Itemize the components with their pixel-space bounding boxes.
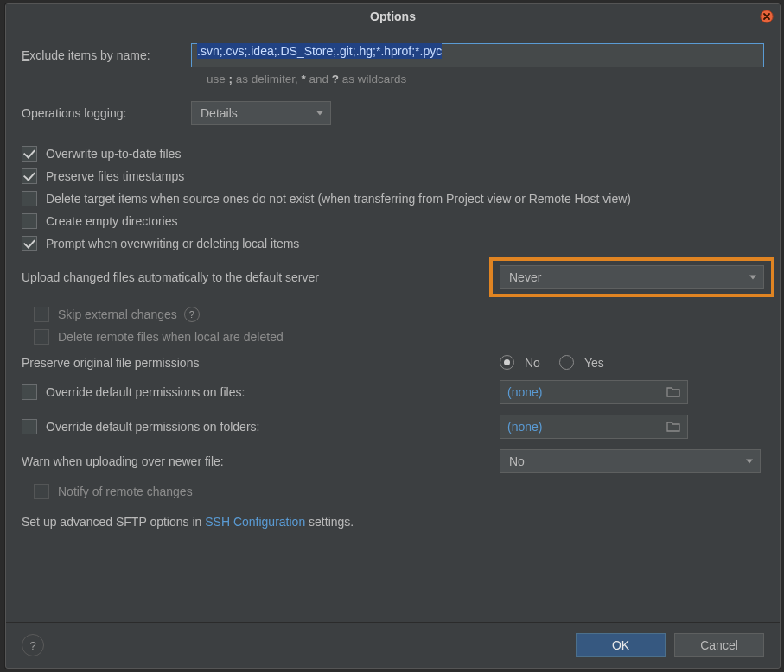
logging-label: Operations logging: — [22, 106, 191, 120]
help-icon[interactable]: ? — [184, 307, 200, 322]
upload-value: Never — [509, 270, 541, 284]
checkbox-icon — [22, 146, 37, 162]
options-dialog: Options Exclude items by name: .svn;.cvs… — [5, 3, 781, 669]
exclude-input[interactable]: .svn;.cvs;.idea;.DS_Store;.git;.hg;*.hpr… — [191, 43, 764, 67]
skip-external-label: Skip external changes — [58, 307, 177, 321]
cancel-button[interactable]: Cancel — [674, 633, 764, 657]
exclude-label: Exclude items by name: — [22, 48, 191, 62]
titlebar: Options — [6, 4, 780, 29]
upload-select[interactable]: Never — [500, 265, 764, 289]
perms-radio-yes[interactable]: Yes — [559, 355, 604, 370]
chevron-down-icon — [746, 460, 753, 464]
help-button[interactable]: ? — [22, 634, 44, 656]
overwrite-check-row[interactable]: Overwrite up-to-date files — [22, 146, 764, 162]
notify-remote-check-row: Notify of remote changes — [34, 484, 764, 499]
close-icon[interactable] — [759, 9, 774, 24]
overwrite-label: Overwrite up-to-date files — [46, 147, 181, 161]
override-files-label: Override default permissions on files: — [46, 385, 245, 399]
override-files-field[interactable]: (none) — [500, 380, 688, 404]
checkbox-icon — [22, 168, 37, 184]
radio-icon — [559, 355, 574, 370]
checkbox-icon[interactable] — [22, 384, 37, 400]
skip-external-check-row: Skip external changes ? — [34, 307, 764, 322]
preserve-perms-label: Preserve original file permissions — [22, 356, 199, 370]
checkbox-icon — [34, 307, 49, 322]
prompt-overwrite-label: Prompt when overwriting or deleting loca… — [46, 237, 299, 250]
preserve-ts-check-row[interactable]: Preserve files timestamps — [22, 168, 764, 184]
perms-radio-no[interactable]: No — [500, 355, 540, 370]
checkbox-icon — [34, 484, 49, 499]
delete-target-check-row[interactable]: Delete target items when source ones do … — [22, 191, 764, 206]
upload-label: Upload changed files automatically to th… — [22, 270, 319, 284]
override-folders-field[interactable]: (none) — [500, 415, 688, 439]
dialog-content: Exclude items by name: .svn;.cvs;.idea;.… — [6, 29, 780, 622]
folder-icon — [666, 420, 680, 434]
dialog-footer: ? OK Cancel — [6, 622, 780, 668]
chevron-down-icon — [316, 111, 323, 116]
create-empty-label: Create empty directories — [46, 214, 178, 228]
warn-label: Warn when uploading over newer file: — [22, 454, 224, 468]
ok-button[interactable]: OK — [576, 633, 666, 657]
checkbox-icon — [22, 236, 37, 251]
prompt-overwrite-check-row[interactable]: Prompt when overwriting or deleting loca… — [22, 236, 764, 251]
notify-remote-label: Notify of remote changes — [58, 485, 193, 498]
logging-value: Details — [201, 106, 238, 120]
override-folders-label: Override default permissions on folders: — [46, 420, 259, 434]
checkbox-icon — [22, 213, 37, 229]
dialog-title: Options — [370, 10, 416, 23]
warn-value: No — [509, 454, 525, 468]
checkbox-icon — [22, 191, 37, 206]
radio-icon — [500, 355, 514, 370]
delete-remote-label: Delete remote files when local are delet… — [58, 330, 284, 344]
checkbox-icon — [34, 329, 49, 345]
delete-target-label: Delete target items when source ones do … — [46, 192, 631, 206]
create-empty-check-row[interactable]: Create empty directories — [22, 213, 764, 229]
preserve-ts-label: Preserve files timestamps — [46, 169, 184, 183]
checkbox-icon[interactable] — [22, 419, 37, 434]
logging-select[interactable]: Details — [191, 101, 331, 125]
chevron-down-icon — [749, 276, 756, 280]
upload-highlight: Never — [500, 265, 764, 289]
advanced-sftp-text: Set up advanced SFTP options in SSH Conf… — [22, 515, 764, 529]
delete-remote-check-row: Delete remote files when local are delet… — [34, 329, 764, 345]
ssh-config-link[interactable]: SSH Configuration — [205, 515, 305, 529]
exclude-hint: use ; as delimiter, * and ? as wildcards — [207, 73, 764, 86]
folder-icon — [666, 385, 680, 400]
warn-select[interactable]: No — [500, 449, 761, 473]
exclude-value: .svn;.cvs;.idea;.DS_Store;.git;.hg;*.hpr… — [197, 43, 442, 59]
